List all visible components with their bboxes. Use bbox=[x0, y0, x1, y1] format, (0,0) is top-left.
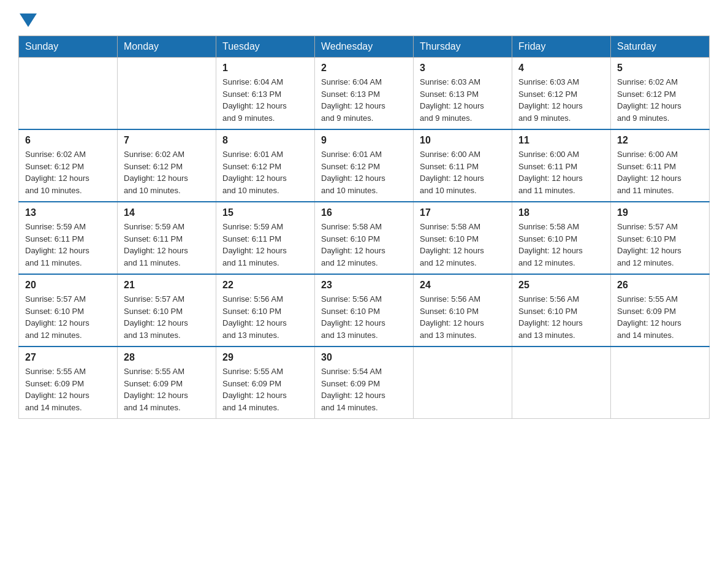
calendar-cell: 17Sunrise: 5:58 AM Sunset: 6:10 PM Dayli… bbox=[414, 202, 512, 274]
calendar-week-row: 20Sunrise: 5:57 AM Sunset: 6:10 PM Dayli… bbox=[19, 274, 710, 347]
day-info: Sunrise: 5:54 AM Sunset: 6:09 PM Dayligh… bbox=[321, 366, 407, 413]
calendar-table: SundayMondayTuesdayWednesdayThursdayFrid… bbox=[18, 36, 710, 419]
calendar-cell bbox=[512, 347, 611, 419]
day-number: 12 bbox=[617, 135, 703, 146]
calendar-cell: 29Sunrise: 5:55 AM Sunset: 6:09 PM Dayli… bbox=[216, 347, 315, 419]
calendar-cell: 2Sunrise: 6:04 AM Sunset: 6:13 PM Daylig… bbox=[315, 58, 414, 130]
day-number: 7 bbox=[124, 135, 210, 146]
calendar-body: 1Sunrise: 6:04 AM Sunset: 6:13 PM Daylig… bbox=[19, 58, 710, 419]
day-number: 29 bbox=[222, 352, 308, 363]
day-number: 9 bbox=[321, 135, 407, 146]
calendar-cell: 10Sunrise: 6:00 AM Sunset: 6:11 PM Dayli… bbox=[414, 129, 512, 202]
calendar-cell bbox=[414, 347, 512, 419]
day-number: 18 bbox=[518, 207, 604, 218]
day-number: 8 bbox=[222, 135, 308, 146]
day-number: 4 bbox=[518, 63, 604, 74]
calendar-cell: 20Sunrise: 5:57 AM Sunset: 6:10 PM Dayli… bbox=[19, 274, 118, 347]
day-number: 17 bbox=[420, 207, 506, 218]
day-number: 3 bbox=[420, 63, 506, 74]
day-number: 20 bbox=[25, 280, 111, 291]
day-number: 30 bbox=[321, 352, 407, 363]
day-info: Sunrise: 6:02 AM Sunset: 6:12 PM Dayligh… bbox=[124, 148, 210, 196]
calendar-cell: 7Sunrise: 6:02 AM Sunset: 6:12 PM Daylig… bbox=[118, 129, 216, 202]
weekday-header-saturday: Saturday bbox=[611, 36, 710, 58]
day-number: 25 bbox=[518, 280, 604, 291]
calendar-cell: 18Sunrise: 5:58 AM Sunset: 6:10 PM Dayli… bbox=[512, 202, 611, 274]
day-number: 27 bbox=[25, 352, 111, 363]
calendar-cell: 16Sunrise: 5:58 AM Sunset: 6:10 PM Dayli… bbox=[315, 202, 414, 274]
day-info: Sunrise: 6:03 AM Sunset: 6:12 PM Dayligh… bbox=[518, 76, 604, 124]
day-info: Sunrise: 5:59 AM Sunset: 6:11 PM Dayligh… bbox=[222, 221, 308, 269]
day-info: Sunrise: 6:02 AM Sunset: 6:12 PM Dayligh… bbox=[617, 76, 703, 124]
day-info: Sunrise: 5:56 AM Sunset: 6:10 PM Dayligh… bbox=[321, 293, 407, 341]
calendar-cell: 23Sunrise: 5:56 AM Sunset: 6:10 PM Dayli… bbox=[315, 274, 414, 347]
day-info: Sunrise: 5:59 AM Sunset: 6:11 PM Dayligh… bbox=[124, 221, 210, 269]
weekday-header-monday: Monday bbox=[118, 36, 216, 58]
day-number: 10 bbox=[420, 135, 506, 146]
calendar-cell: 4Sunrise: 6:03 AM Sunset: 6:12 PM Daylig… bbox=[512, 58, 611, 130]
day-info: Sunrise: 5:55 AM Sunset: 6:09 PM Dayligh… bbox=[25, 366, 111, 413]
day-info: Sunrise: 6:01 AM Sunset: 6:12 PM Dayligh… bbox=[222, 148, 308, 196]
calendar-cell: 9Sunrise: 6:01 AM Sunset: 6:12 PM Daylig… bbox=[315, 129, 414, 202]
calendar-cell: 19Sunrise: 5:57 AM Sunset: 6:10 PM Dayli… bbox=[611, 202, 710, 274]
page-header bbox=[18, 12, 710, 26]
day-number: 6 bbox=[25, 135, 111, 146]
logo bbox=[18, 12, 37, 26]
calendar-cell: 11Sunrise: 6:00 AM Sunset: 6:11 PM Dayli… bbox=[512, 129, 611, 202]
calendar-header: SundayMondayTuesdayWednesdayThursdayFrid… bbox=[19, 36, 710, 58]
day-number: 21 bbox=[124, 280, 210, 291]
weekday-header-row: SundayMondayTuesdayWednesdayThursdayFrid… bbox=[19, 36, 710, 58]
day-number: 19 bbox=[617, 207, 703, 218]
weekday-header-wednesday: Wednesday bbox=[315, 36, 414, 58]
calendar-cell: 1Sunrise: 6:04 AM Sunset: 6:13 PM Daylig… bbox=[216, 58, 315, 130]
day-info: Sunrise: 5:57 AM Sunset: 6:10 PM Dayligh… bbox=[124, 293, 210, 341]
day-info: Sunrise: 6:00 AM Sunset: 6:11 PM Dayligh… bbox=[617, 148, 703, 196]
day-number: 15 bbox=[222, 207, 308, 218]
calendar-week-row: 1Sunrise: 6:04 AM Sunset: 6:13 PM Daylig… bbox=[19, 58, 710, 130]
calendar-cell: 8Sunrise: 6:01 AM Sunset: 6:12 PM Daylig… bbox=[216, 129, 315, 202]
day-info: Sunrise: 6:00 AM Sunset: 6:11 PM Dayligh… bbox=[518, 148, 604, 196]
calendar-cell: 12Sunrise: 6:00 AM Sunset: 6:11 PM Dayli… bbox=[611, 129, 710, 202]
weekday-header-thursday: Thursday bbox=[414, 36, 512, 58]
calendar-cell: 26Sunrise: 5:55 AM Sunset: 6:09 PM Dayli… bbox=[611, 274, 710, 347]
calendar-cell: 13Sunrise: 5:59 AM Sunset: 6:11 PM Dayli… bbox=[19, 202, 118, 274]
calendar-cell: 3Sunrise: 6:03 AM Sunset: 6:13 PM Daylig… bbox=[414, 58, 512, 130]
day-number: 2 bbox=[321, 63, 407, 74]
svg-marker-0 bbox=[20, 13, 37, 27]
calendar-cell bbox=[118, 58, 216, 130]
day-info: Sunrise: 6:04 AM Sunset: 6:13 PM Dayligh… bbox=[321, 76, 407, 124]
day-info: Sunrise: 5:58 AM Sunset: 6:10 PM Dayligh… bbox=[321, 221, 407, 269]
calendar-cell: 22Sunrise: 5:56 AM Sunset: 6:10 PM Dayli… bbox=[216, 274, 315, 347]
day-info: Sunrise: 6:03 AM Sunset: 6:13 PM Dayligh… bbox=[420, 76, 506, 124]
day-number: 22 bbox=[222, 280, 308, 291]
calendar-cell bbox=[19, 58, 118, 130]
day-info: Sunrise: 6:00 AM Sunset: 6:11 PM Dayligh… bbox=[420, 148, 506, 196]
day-info: Sunrise: 5:55 AM Sunset: 6:09 PM Dayligh… bbox=[617, 293, 703, 341]
calendar-week-row: 27Sunrise: 5:55 AM Sunset: 6:09 PM Dayli… bbox=[19, 347, 710, 419]
day-number: 11 bbox=[518, 135, 604, 146]
calendar-cell: 30Sunrise: 5:54 AM Sunset: 6:09 PM Dayli… bbox=[315, 347, 414, 419]
calendar-cell: 25Sunrise: 5:56 AM Sunset: 6:10 PM Dayli… bbox=[512, 274, 611, 347]
day-info: Sunrise: 5:56 AM Sunset: 6:10 PM Dayligh… bbox=[420, 293, 506, 341]
day-number: 5 bbox=[617, 63, 703, 74]
weekday-header-friday: Friday bbox=[512, 36, 611, 58]
day-number: 13 bbox=[25, 207, 111, 218]
calendar-cell: 5Sunrise: 6:02 AM Sunset: 6:12 PM Daylig… bbox=[611, 58, 710, 130]
calendar-cell: 27Sunrise: 5:55 AM Sunset: 6:09 PM Dayli… bbox=[19, 347, 118, 419]
weekday-header-tuesday: Tuesday bbox=[216, 36, 315, 58]
day-info: Sunrise: 5:58 AM Sunset: 6:10 PM Dayligh… bbox=[518, 221, 604, 269]
day-info: Sunrise: 5:58 AM Sunset: 6:10 PM Dayligh… bbox=[420, 221, 506, 269]
logo-triangle-icon bbox=[20, 13, 37, 28]
day-number: 26 bbox=[617, 280, 703, 291]
day-info: Sunrise: 5:57 AM Sunset: 6:10 PM Dayligh… bbox=[617, 221, 703, 269]
calendar-cell: 21Sunrise: 5:57 AM Sunset: 6:10 PM Dayli… bbox=[118, 274, 216, 347]
day-info: Sunrise: 5:56 AM Sunset: 6:10 PM Dayligh… bbox=[518, 293, 604, 341]
calendar-cell: 24Sunrise: 5:56 AM Sunset: 6:10 PM Dayli… bbox=[414, 274, 512, 347]
calendar-cell: 28Sunrise: 5:55 AM Sunset: 6:09 PM Dayli… bbox=[118, 347, 216, 419]
day-info: Sunrise: 6:01 AM Sunset: 6:12 PM Dayligh… bbox=[321, 148, 407, 196]
calendar-cell bbox=[611, 347, 710, 419]
day-number: 14 bbox=[124, 207, 210, 218]
calendar-week-row: 6Sunrise: 6:02 AM Sunset: 6:12 PM Daylig… bbox=[19, 129, 710, 202]
calendar-cell: 15Sunrise: 5:59 AM Sunset: 6:11 PM Dayli… bbox=[216, 202, 315, 274]
day-number: 1 bbox=[222, 63, 308, 74]
